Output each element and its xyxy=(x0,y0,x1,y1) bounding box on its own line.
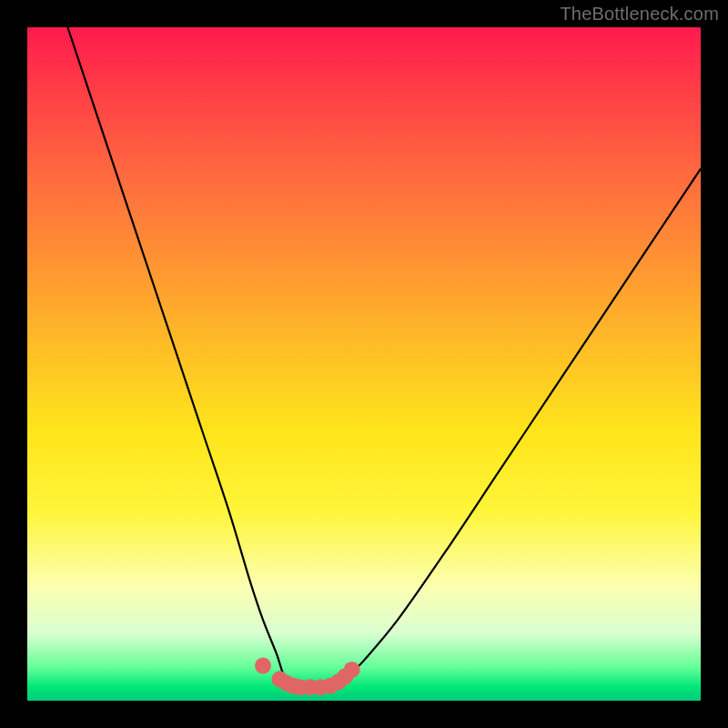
plot-area xyxy=(27,27,701,701)
bottleneck-curve xyxy=(67,27,701,687)
chart-frame: TheBottleneck.com xyxy=(0,0,728,728)
highlight-dot xyxy=(255,658,271,674)
highlight-dots-group xyxy=(255,658,360,696)
watermark-text: TheBottleneck.com xyxy=(560,4,719,25)
chart-svg xyxy=(27,27,701,701)
highlight-dot xyxy=(344,662,360,678)
